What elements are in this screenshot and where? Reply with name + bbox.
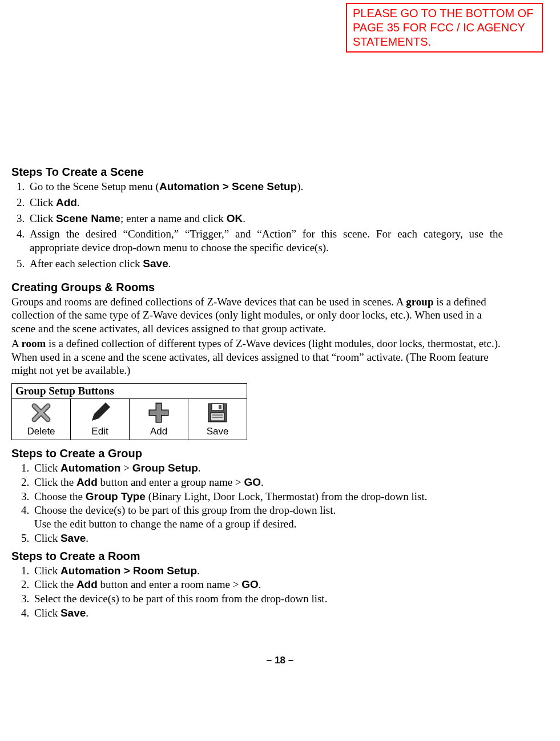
text: . [197, 565, 200, 577]
agency-notice-box: PLEASE GO TO THE BOTTOM OF PAGE 35 FOR F… [346, 3, 543, 53]
list-item: Choose the Group Type (Binary Light, Doo… [32, 490, 503, 504]
list-item: Click Automation > Room Setup. [32, 564, 503, 578]
bold-text: OK [227, 212, 243, 224]
table-cell-save: Save [188, 399, 247, 440]
table-cell-add: Add [130, 399, 188, 440]
icon-label: Delete [27, 426, 55, 437]
text: . [243, 212, 245, 224]
text: Groups and rooms are defined collections… [11, 296, 406, 308]
heading-steps-create-scene: Steps To Create a Scene [11, 166, 503, 179]
bold-text: GO [241, 578, 259, 590]
icon-label: Save [207, 426, 229, 437]
page-content: Steps To Create a Scene Go to the Scene … [11, 0, 549, 620]
bold-text: Group Type [86, 490, 146, 502]
bold-text: Group Setup [132, 462, 198, 474]
group-setup-buttons-table-wrap: Group Setup Buttons Delete [11, 383, 503, 440]
text: Click [34, 607, 61, 619]
bold-text: Automation > Scene Setup [159, 180, 297, 192]
text: button and enter a group name > [98, 476, 244, 488]
bold-text: Automation [61, 462, 121, 474]
edit-icon [88, 401, 111, 424]
table-cell-delete: Delete [12, 399, 71, 440]
icon-label: Add [150, 426, 167, 437]
bold-text: group [406, 296, 433, 308]
paragraph: Groups and rooms are defined collections… [11, 295, 503, 336]
text: . [198, 462, 201, 474]
icon-label: Edit [91, 426, 108, 437]
text: . [168, 257, 171, 269]
list-item: Select the device(s) to be part of this … [32, 592, 503, 606]
text: Choose the [34, 490, 86, 502]
bold-text: Automation > Room Setup [61, 565, 197, 577]
svg-rect-13 [211, 413, 224, 421]
bold-text: Save [61, 607, 86, 619]
document-page: PLEASE GO TO THE BOTTOM OF PAGE 35 FOR F… [0, 0, 560, 678]
text: Click [30, 196, 56, 208]
text: Click the [34, 476, 76, 488]
list-item: Click Scene Name; enter a name and click… [27, 212, 503, 225]
page-number: – 18 – [11, 621, 549, 678]
icon-cell: Add [133, 401, 184, 437]
text: Click the [34, 578, 76, 590]
heading-steps-create-group: Steps to Create a Group [11, 447, 503, 460]
text: . [261, 476, 264, 488]
agency-notice-text: PLEASE GO TO THE BOTTOM OF PAGE 35 FOR F… [353, 6, 536, 49]
list-item: Go to the Scene Setup menu (Automation >… [27, 180, 503, 194]
text: . [259, 578, 261, 590]
text: . [86, 607, 88, 619]
heading-steps-create-room: Steps to Create a Room [11, 550, 503, 563]
icon-cell: Edit [74, 401, 126, 437]
group-steps-list: Click Automation > Group Setup. Click th… [11, 461, 503, 545]
scene-steps-list: Go to the Scene Setup menu (Automation >… [11, 180, 503, 271]
bold-text: Add [56, 196, 77, 208]
text: (Binary Light, Door Lock, Thermostat) fr… [146, 490, 428, 502]
text: Go to the Scene Setup menu ( [30, 180, 159, 192]
table-cell-edit: Edit [71, 399, 130, 440]
bold-text: Save [143, 257, 168, 269]
list-item: Assign the desired “Condition,” “Trigger… [27, 227, 503, 255]
add-icon [147, 401, 170, 424]
delete-icon [30, 401, 53, 424]
list-item: After each selection click Save. [27, 257, 503, 271]
list-item: Click the Add button and enter a room na… [32, 578, 503, 591]
text: button and enter a room name > [98, 578, 241, 590]
text: After each selection click [30, 257, 143, 269]
paragraph: A room is a defined collection of differ… [11, 337, 503, 377]
bold-text: room [21, 337, 46, 349]
save-icon [206, 401, 229, 424]
svg-rect-9 [150, 410, 168, 415]
text: Click [30, 212, 56, 224]
bold-text: Scene Name [56, 212, 120, 224]
text: > [120, 462, 132, 474]
bold-text: GO [244, 476, 261, 488]
bold-text: Add [76, 578, 98, 590]
text: is a defined collection of different typ… [11, 337, 501, 377]
svg-rect-12 [219, 405, 221, 409]
table-header: Group Setup Buttons [12, 384, 247, 399]
bold-text: Add [76, 476, 98, 488]
text: . [77, 196, 80, 208]
group-setup-buttons-table: Group Setup Buttons Delete [11, 383, 247, 440]
text: ; enter a name and click [120, 212, 227, 224]
text: Click [34, 462, 61, 474]
svg-marker-4 [92, 402, 110, 421]
list-item: Click Save. [32, 531, 503, 545]
heading-creating-groups-rooms: Creating Groups & Rooms [11, 281, 503, 294]
list-item: Click the Add button and enter a group n… [32, 476, 503, 489]
text: Click [34, 532, 61, 544]
list-item: Choose the device(s) to be part of this … [32, 504, 503, 531]
list-item: Click Save. [32, 606, 503, 620]
icon-cell: Save [192, 401, 243, 437]
text: A [11, 337, 21, 349]
text: Choose the device(s) to be part of this … [34, 504, 503, 517]
room-steps-list: Click Automation > Room Setup. Click the… [11, 564, 503, 620]
text: ). [297, 180, 303, 192]
icon-cell: Delete [15, 401, 67, 437]
list-item: Click Add. [27, 196, 503, 210]
text: Click [34, 565, 61, 577]
bold-text: Save [61, 532, 86, 544]
list-item: Click Automation > Group Setup. [32, 461, 503, 475]
text: Use the edit button to change the name o… [34, 517, 503, 531]
text: . [86, 532, 88, 544]
